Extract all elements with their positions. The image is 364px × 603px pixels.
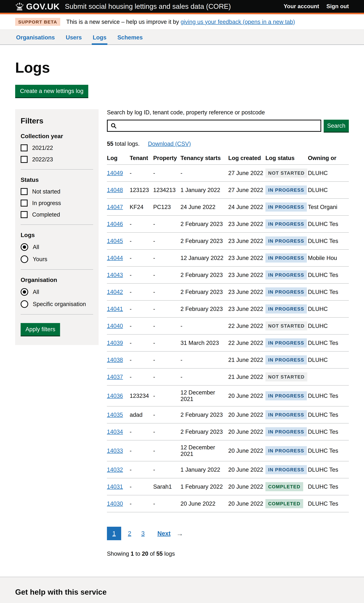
pagination-page-3[interactable]: 3 (138, 527, 148, 540)
status-badge: IN PROGRESS (265, 270, 307, 279)
tenant-cell: - (130, 484, 153, 490)
log-created-cell: 21 June 2022 (228, 357, 265, 363)
owning-organisation-cell: DLUHC (308, 187, 353, 193)
property-cell: Sarah1 (153, 484, 180, 490)
feedback-link[interactable]: giving us your feedback (opens in a new … (181, 19, 295, 25)
checkbox-icon[interactable] (21, 200, 28, 207)
nav-schemes[interactable]: Schemes (117, 30, 144, 45)
log-id-link[interactable]: 14031 (107, 484, 123, 490)
checkbox-not-started[interactable]: Not started (21, 188, 93, 195)
sign-out-link[interactable]: Sign out (326, 3, 349, 10)
pagination-page-2[interactable]: 2 (125, 527, 135, 540)
checkbox-2021-22[interactable]: 2021/22 (21, 144, 93, 151)
pagination-next[interactable]: Next (154, 527, 174, 540)
search-input[interactable] (108, 120, 320, 131)
log-id-link[interactable]: 14045 (107, 238, 123, 244)
log-id-link[interactable]: 14047 (107, 204, 123, 210)
log-id-link[interactable]: 14030 (107, 500, 123, 507)
checkbox-icon[interactable] (21, 188, 28, 195)
apply-filters-button[interactable]: Apply filters (21, 323, 60, 336)
table-row: 14044 - - 12 January 2022 23 June 2022 I… (107, 250, 349, 267)
radio-icon[interactable] (21, 255, 28, 263)
checkbox-completed[interactable]: Completed (21, 211, 93, 218)
radio-label: Yours (33, 256, 47, 263)
tenancy-starts-cell: - (180, 357, 228, 363)
log-id-link[interactable]: 14040 (107, 323, 123, 329)
checkbox-in-progress[interactable]: In progress (21, 200, 93, 207)
log-id-link[interactable]: 14033 (107, 448, 123, 454)
property-cell: - (153, 374, 180, 380)
property-cell: - (153, 500, 180, 507)
tenant-cell: - (130, 221, 153, 227)
log-id-link[interactable]: 14034 (107, 429, 123, 435)
table-row: 14034 - - 2 February 2023 20 June 2022 I… (107, 423, 349, 441)
search-label: Search by log ID, tenant code, property … (107, 109, 349, 116)
log-created-cell: 20 June 2022 (228, 466, 265, 473)
log-created-cell: 23 June 2022 (228, 306, 265, 312)
log-id-link[interactable]: 14046 (107, 221, 123, 227)
table-row: 14037 - - - 21 June 2022 NOT STARTED (107, 369, 349, 385)
radio-selected-icon[interactable] (21, 243, 28, 251)
your-account-link[interactable]: Your account (284, 3, 319, 10)
log-id-link[interactable]: 14042 (107, 289, 123, 295)
checkbox-2022-23[interactable]: 2022/23 (21, 156, 93, 163)
beta-tag: SUPPORT BETA (15, 18, 60, 26)
status-badge: COMPLETED (265, 482, 303, 491)
radio-label: All (33, 289, 39, 295)
tenant-cell: - (130, 466, 153, 473)
create-lettings-log-button[interactable]: Create a new lettings log (15, 85, 88, 97)
radio-icon[interactable] (21, 300, 28, 308)
tenant-cell: - (130, 323, 153, 329)
column-header-log-status: Log status (265, 155, 308, 161)
tenancy-starts-cell: 2 February 2023 (180, 429, 228, 435)
tenancy-starts-cell: - (180, 323, 228, 329)
log-id-link[interactable]: 14044 (107, 255, 123, 261)
log-id-link[interactable]: 14036 (107, 393, 123, 399)
pagination-page-1-current[interactable]: 1 (107, 527, 121, 540)
table-row: 14046 - - 2 February 2023 23 June 2022 I… (107, 216, 349, 233)
radio-specific-organisation[interactable]: Specific organisation (21, 300, 93, 308)
radio-organisation-all[interactable]: All (21, 288, 93, 296)
property-cell: - (153, 170, 180, 176)
log-id-link[interactable]: 14039 (107, 340, 123, 346)
log-id-link[interactable]: 14049 (107, 170, 123, 176)
search-button[interactable]: Search (324, 120, 349, 132)
download-csv-link[interactable]: Download (CSV) (148, 140, 191, 147)
log-id-link[interactable]: 14035 (107, 412, 123, 418)
checkbox-icon[interactable] (21, 144, 28, 151)
table-row: 14033 - - 12 December 2021 20 June 2022 … (107, 441, 349, 461)
log-id-link[interactable]: 14048 (107, 187, 123, 193)
table-row: 14045 - - 2 February 2023 23 June 2022 I… (107, 233, 349, 250)
radio-logs-all[interactable]: All (21, 243, 93, 251)
nav-logs[interactable]: Logs (92, 30, 107, 45)
phase-banner: SUPPORT BETA This is a new service – hel… (0, 14, 364, 30)
table-row: 14043 - - 2 February 2023 23 June 2022 I… (107, 267, 349, 284)
log-id-link[interactable]: 14037 (107, 374, 123, 380)
checkbox-icon[interactable] (21, 211, 28, 218)
tenant-cell: - (130, 374, 153, 380)
tenancy-starts-cell: 31 March 2023 (180, 340, 228, 346)
log-id-link[interactable]: 14032 (107, 466, 123, 473)
log-id-link[interactable]: 14038 (107, 357, 123, 363)
property-cell: - (153, 255, 180, 261)
log-id-link[interactable]: 14043 (107, 272, 123, 278)
status-badge: IN PROGRESS (265, 236, 307, 245)
log-id-link[interactable]: 14041 (107, 306, 123, 312)
service-name-link[interactable]: Submit social housing lettings and sales… (65, 2, 231, 11)
govuk-logo-link[interactable]: GOV.UK (15, 1, 60, 11)
owning-organisation-cell: DLUHC (308, 170, 353, 176)
tenancy-starts-cell: 24 June 2022 (180, 204, 228, 210)
radio-selected-icon[interactable] (21, 288, 28, 296)
owning-organisation-cell: Mobile Hou (308, 255, 353, 261)
nav-users[interactable]: Users (65, 30, 83, 45)
nav-organisations[interactable]: Organisations (15, 30, 56, 45)
column-header-log: Log (107, 155, 130, 161)
phase-banner-message: This is a new service – help us improve … (66, 19, 179, 25)
tenancy-starts-cell: - (180, 170, 228, 176)
tenant-cell: - (130, 272, 153, 278)
radio-logs-yours[interactable]: Yours (21, 255, 93, 263)
tenant-cell: - (130, 429, 153, 435)
log-created-cell: 23 June 2022 (228, 272, 265, 278)
table-row: 14047 KF24 PC123 24 June 2022 24 June 20… (107, 199, 349, 216)
checkbox-icon[interactable] (21, 156, 28, 163)
